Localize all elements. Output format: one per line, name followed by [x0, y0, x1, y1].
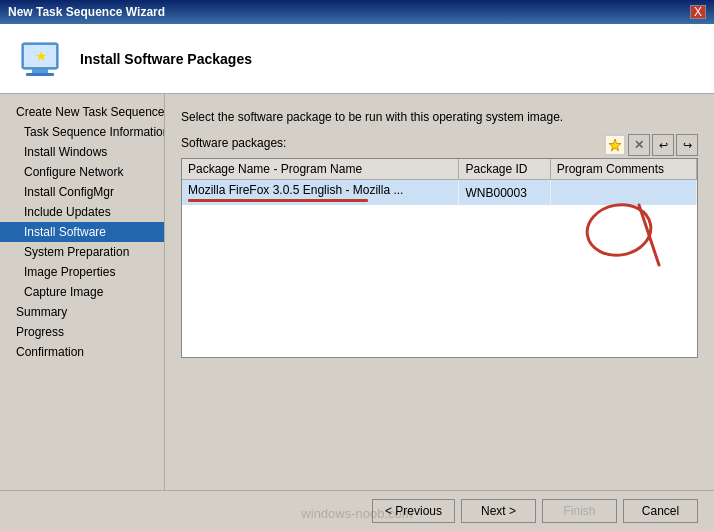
col-package-name: Package Name - Program Name — [182, 159, 459, 180]
sidebar-item-include-updates[interactable]: Include Updates — [0, 202, 164, 222]
package-name-cell: Mozilla FireFox 3.0.5 English - Mozilla … — [182, 180, 459, 206]
sidebar-item-install-windows[interactable]: Install Windows — [0, 142, 164, 162]
undo-button[interactable]: ↩ — [652, 134, 674, 156]
packages-table-wrapper: Package Name - Program Name Package ID P… — [181, 158, 698, 358]
package-id-cell: WNB00003 — [459, 180, 550, 206]
close-button[interactable]: X — [690, 5, 706, 19]
svg-rect-2 — [32, 69, 48, 73]
footer: < Previous Next > Finish Cancel — [0, 490, 714, 531]
main-panel: Select the software package to be run wi… — [165, 94, 714, 490]
packages-label: Software packages: — [181, 136, 286, 150]
sidebar-item-install-software[interactable]: Install Software — [0, 222, 164, 242]
sidebar-item-configure-network[interactable]: Configure Network — [0, 162, 164, 182]
page-title: Install Software Packages — [80, 51, 252, 67]
svg-rect-3 — [26, 73, 54, 76]
sidebar-item-progress[interactable]: Progress — [0, 322, 164, 342]
sidebar-item-task-sequence-information[interactable]: Task Sequence Information — [0, 122, 164, 142]
description-text: Select the software package to be run wi… — [181, 110, 698, 124]
table-row[interactable]: Mozilla FireFox 3.0.5 English - Mozilla … — [182, 180, 697, 206]
sidebar-item-confirmation[interactable]: Confirmation — [0, 342, 164, 362]
svg-text:★: ★ — [35, 48, 48, 64]
sidebar-item-capture-image[interactable]: Capture Image — [0, 282, 164, 302]
svg-marker-5 — [609, 139, 621, 151]
sidebar-item-image-properties[interactable]: Image Properties — [0, 262, 164, 282]
next-button[interactable]: Next > — [461, 499, 536, 523]
cancel-button[interactable]: Cancel — [623, 499, 698, 523]
previous-button[interactable]: < Previous — [372, 499, 455, 523]
program-comments-cell — [550, 180, 696, 206]
dialog-title: New Task Sequence Wizard — [8, 5, 165, 19]
sidebar: Create New Task SequenceTask Sequence In… — [0, 94, 165, 490]
col-program-comments: Program Comments — [550, 159, 696, 180]
add-package-button[interactable] — [604, 134, 626, 156]
col-package-id: Package ID — [459, 159, 550, 180]
remove-package-button[interactable]: ✕ — [628, 134, 650, 156]
toolbar-buttons: ✕ ↩ ↪ — [604, 134, 698, 156]
packages-table: Package Name - Program Name Package ID P… — [182, 159, 697, 205]
sidebar-item-create-new-task-sequence[interactable]: Create New Task Sequence — [0, 102, 164, 122]
sidebar-item-summary[interactable]: Summary — [0, 302, 164, 322]
sidebar-item-install-configmgr[interactable]: Install ConfigMgr — [0, 182, 164, 202]
header-icon: ★ — [16, 35, 64, 83]
sidebar-item-system-preparation[interactable]: System Preparation — [0, 242, 164, 262]
redo-button[interactable]: ↪ — [676, 134, 698, 156]
finish-button[interactable]: Finish — [542, 499, 617, 523]
